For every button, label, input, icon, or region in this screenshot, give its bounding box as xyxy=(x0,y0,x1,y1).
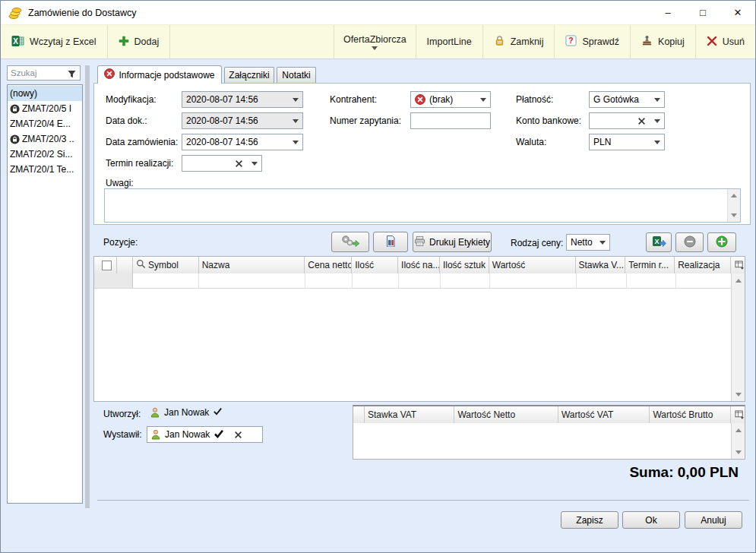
scroll-down-icon[interactable] xyxy=(732,388,745,400)
process-button[interactable] xyxy=(331,232,369,252)
utworzyl-value: Jan Nowak xyxy=(150,406,223,419)
clear-icon[interactable] xyxy=(637,117,646,125)
list-item[interactable]: ZMAT/20/4 E... xyxy=(8,116,82,131)
list-item[interactable]: ZMAT/20/2 Si... xyxy=(8,147,82,162)
column-header-ilosc-na[interactable]: Ilość na... xyxy=(398,257,440,273)
table-row[interactable] xyxy=(94,273,732,289)
search-input[interactable] xyxy=(8,68,67,77)
plus-icon xyxy=(119,36,129,49)
toolbar: X Wczytaj z Excel Dodaj OfertaZbiorcza I… xyxy=(1,24,755,59)
import-line-button[interactable]: ImportLine xyxy=(416,25,482,58)
person-icon xyxy=(150,407,160,418)
pozycje-grid: Symbol Nazwa Cena netto Ilość Ilość na..… xyxy=(93,256,745,402)
column-header-ilosc-sztuk[interactable]: Ilość sztuk xyxy=(440,257,489,273)
field-chooser-icon[interactable] xyxy=(731,257,745,273)
usun-button[interactable]: Usuń xyxy=(696,25,755,58)
close-button[interactable]: ✕ xyxy=(720,1,755,24)
sprawdz-button[interactable]: ? Sprawdź xyxy=(555,25,630,58)
column-header-symbol[interactable]: Symbol xyxy=(133,257,199,273)
column-header-cena-netto[interactable]: Cena netto xyxy=(305,257,352,273)
platnosc-label: Płatność: xyxy=(516,91,553,108)
modyfikacja-field[interactable]: 2020-08-07 14:56 xyxy=(182,91,303,108)
platnosc-field[interactable]: G Gotówka xyxy=(589,91,665,108)
column-header-wartosc-brutto[interactable]: Wartość Brutto xyxy=(650,406,731,423)
dodaj-button[interactable]: Dodaj xyxy=(108,25,170,58)
column-header-ilosc[interactable]: Ilość xyxy=(352,257,398,273)
data-dok-field[interactable]: 2020-08-07 14:56 xyxy=(182,112,303,129)
minimize-button[interactable]: – xyxy=(650,1,685,24)
scroll-up-icon[interactable] xyxy=(732,424,745,436)
uwagi-textarea[interactable] xyxy=(104,188,741,223)
zamknij-button[interactable]: Zamknij xyxy=(483,25,555,58)
clear-icon[interactable] xyxy=(234,431,242,441)
column-header-realizacja[interactable]: Realizacja xyxy=(675,257,731,273)
column-header-wartosc-vat[interactable]: Wartość VAT xyxy=(558,406,650,423)
chevron-down-icon xyxy=(372,46,378,50)
column-header-termin[interactable]: Termin r... xyxy=(625,257,675,273)
termin-realizacji-field[interactable] xyxy=(182,155,262,172)
column-header-wartosc[interactable]: Wartość xyxy=(489,257,576,273)
modyfikacja-label: Modyfikacja: xyxy=(106,91,157,108)
maximize-button[interactable]: □ xyxy=(685,1,720,24)
drukuj-etykiety-button[interactable]: Drukuj Etykiety xyxy=(413,232,492,252)
remove-row-button[interactable] xyxy=(675,232,704,252)
svg-text:X: X xyxy=(13,37,18,46)
padlock-badge-icon xyxy=(10,134,20,144)
list-item[interactable]: ZMAT/20/3 .. xyxy=(8,131,82,147)
scrollbar[interactable] xyxy=(727,189,740,222)
app-window: Zamówienie do Dostawcy – □ ✕ X Wczytaj z… xyxy=(0,0,756,553)
waluta-label: Waluta: xyxy=(516,134,546,150)
kopiuj-button[interactable]: Kopiuj xyxy=(631,25,695,58)
document-list: (nowy) ZMAT/20/5 I ZMAT/20/4 E... ZMAT/2… xyxy=(7,84,83,504)
wystawil-label: Wystawił: xyxy=(103,429,142,440)
numer-zapytania-label: Numer zapytania: xyxy=(330,112,401,129)
chevron-down-icon xyxy=(654,119,660,123)
document-button[interactable] xyxy=(373,232,408,252)
kontrahent-field[interactable]: (brak) xyxy=(410,91,491,108)
konto-bankowe-field[interactable] xyxy=(589,112,665,129)
konto-bankowe-label: Konto bankowe: xyxy=(516,112,581,129)
wystawil-field[interactable]: Jan Nowak xyxy=(147,426,263,443)
toolbar-separator xyxy=(169,25,170,58)
chevron-down-icon xyxy=(293,141,299,144)
scrollbar[interactable] xyxy=(731,423,745,459)
utworzyl-label: Utworzył: xyxy=(103,409,141,419)
search-icon xyxy=(136,259,146,271)
column-header-wartosc-netto[interactable]: Wartość Netto xyxy=(454,406,558,423)
scroll-up-icon[interactable] xyxy=(728,190,740,201)
scrollbar[interactable] xyxy=(731,273,745,401)
check-icon xyxy=(214,428,224,441)
form-panel: Modyfikacja: 2020-08-07 14:56 Data dok.:… xyxy=(93,83,751,225)
select-all-header[interactable] xyxy=(94,257,117,273)
funnel-icon[interactable] xyxy=(67,68,77,77)
chevron-down-icon xyxy=(480,98,486,102)
excel-export-button[interactable]: X xyxy=(646,232,672,252)
rodzaj-ceny-select[interactable]: Netto xyxy=(566,234,610,251)
add-row-button[interactable] xyxy=(707,232,736,252)
zapisz-button[interactable]: Zapisz xyxy=(561,511,618,529)
vat-grid: Stawka VAT Wartość Netto Wartość VAT War… xyxy=(353,405,745,460)
ok-button[interactable]: Ok xyxy=(622,511,680,529)
scroll-down-icon[interactable] xyxy=(728,210,740,221)
column-header-nazwa[interactable]: Nazwa xyxy=(199,257,305,273)
clear-icon[interactable] xyxy=(235,160,243,168)
data-zamowienia-field[interactable]: 2020-08-07 14:56 xyxy=(182,134,303,150)
anuluj-button[interactable]: Anuluj xyxy=(685,511,742,529)
list-item[interactable]: ZMAT/20/5 I xyxy=(8,101,82,116)
tab-zalaczniki[interactable]: Załączniki xyxy=(224,67,274,83)
scroll-up-icon[interactable] xyxy=(732,274,745,286)
column-header-stawka-vat[interactable]: Stawka VAT xyxy=(365,406,455,423)
tab-informacje-podstawowe[interactable]: Informacje podstawowe xyxy=(97,65,222,84)
tab-notatki[interactable]: Notatki xyxy=(277,67,316,83)
scroll-down-icon[interactable] xyxy=(732,446,745,458)
list-item[interactable]: (nowy) xyxy=(8,86,82,101)
oferta-zbiorcza-button[interactable]: OfertaZbiorcza xyxy=(334,25,416,58)
select-all-checkbox[interactable] xyxy=(102,261,112,270)
splitter[interactable] xyxy=(85,65,90,508)
numer-zapytania-field[interactable] xyxy=(410,112,491,129)
field-chooser-icon[interactable] xyxy=(731,406,745,423)
column-header-stawka-vat[interactable]: Stawka V... xyxy=(576,257,626,273)
list-item[interactable]: ZMAT/20/1 Te... xyxy=(8,162,82,177)
wczytaj-z-excel-button[interactable]: X Wczytaj z Excel xyxy=(1,25,107,58)
waluta-field[interactable]: PLN xyxy=(589,134,665,150)
